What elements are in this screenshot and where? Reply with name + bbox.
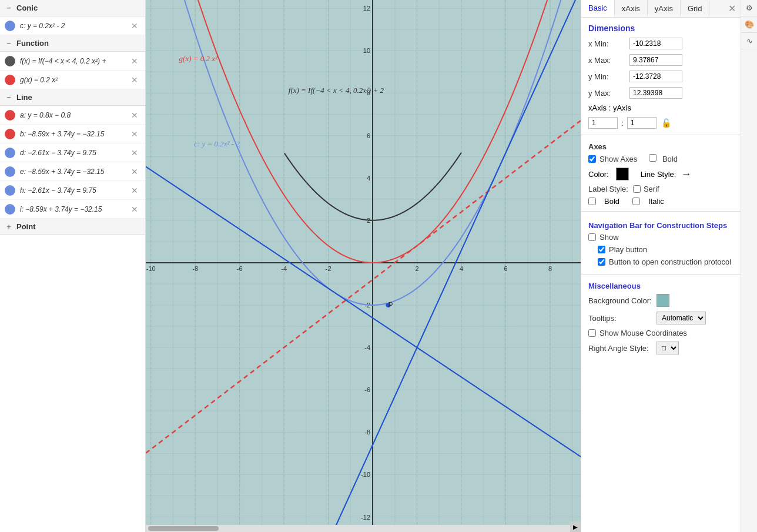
x-min-input[interactable]: [629, 38, 682, 49]
tab-grid[interactable]: Grid: [681, 1, 710, 16]
list-item: i: −8.59x + 3.74y = −32.15 ✕: [0, 200, 145, 219]
right-panel-tabs: Basic xAxis yAxis Grid ✕: [581, 0, 741, 18]
x-max-input[interactable]: [629, 54, 682, 66]
point-section-header[interactable]: + Point: [0, 219, 145, 235]
item-label: d: −2.61x − 3.74y = 9.75: [20, 149, 129, 157]
lock-icon[interactable]: 🔓: [661, 118, 671, 128]
show-axes-label: Show Axes: [599, 155, 637, 163]
item-color-dot: [5, 204, 15, 215]
conic-collapse-icon: −: [5, 4, 13, 12]
item-close-button[interactable]: ✕: [129, 185, 140, 196]
right-angle-select[interactable]: □ ⌐: [656, 342, 679, 354]
y-max-input[interactable]: [629, 87, 682, 99]
item-close-button[interactable]: ✕: [129, 109, 140, 121]
line-header-label: Line: [16, 93, 32, 102]
paint-button[interactable]: 🎨: [741, 16, 757, 33]
item-color-dot: [5, 129, 15, 139]
ratio-label: xAxis : yAxis: [588, 103, 631, 112]
color-row: Color: Line Style: →: [581, 165, 741, 183]
conic-header-label: Conic: [16, 4, 38, 12]
expand-button[interactable]: ▶: [570, 521, 581, 532]
show-axes-checkbox[interactable]: [588, 155, 596, 163]
y-min-label: y Min:: [588, 72, 629, 81]
item-color-dot: [5, 21, 15, 31]
serif-label: Serif: [644, 185, 659, 193]
axes-bold-checkbox[interactable]: [588, 198, 596, 205]
graph-canvas: [146, 0, 581, 525]
item-close-button[interactable]: ✕: [129, 166, 140, 178]
bold-checkbox[interactable]: [649, 154, 656, 162]
item-close-button[interactable]: ✕: [129, 74, 140, 86]
ratio-x-input[interactable]: [588, 117, 618, 129]
open-protocol-row: Button to open construction protocol: [581, 256, 741, 268]
item-close-button[interactable]: ✕: [129, 147, 140, 159]
tab-basic[interactable]: Basic: [581, 0, 615, 17]
scrollbar-thumb[interactable]: [148, 526, 219, 531]
conic-section-header[interactable]: − Conic: [0, 0, 145, 16]
item-color-dot: [5, 110, 15, 121]
item-label: i: −8.59x + 3.74y = −32.15: [20, 205, 129, 213]
gear-button[interactable]: ⚙: [741, 0, 757, 16]
axes-italic-label: Italic: [648, 197, 664, 206]
color-label: Color:: [588, 170, 609, 179]
divider2: [581, 211, 741, 212]
item-label: h: −2.61x − 3.74y = 9.75: [20, 186, 129, 195]
play-button-row: Play button: [581, 243, 741, 256]
item-close-button[interactable]: ✕: [129, 20, 140, 32]
misc-section: Miscellaneous Background Color: Tooltips…: [581, 278, 741, 357]
x-min-row: x Min:: [581, 35, 741, 52]
right-panel-close-button[interactable]: ✕: [723, 1, 741, 16]
color-swatch[interactable]: [616, 168, 629, 180]
bold-checkbox-container: Bold: [649, 154, 678, 163]
list-item: b: −8.59x + 3.74y = −32.15 ✕: [0, 125, 145, 143]
bg-color-row: Background Color:: [581, 292, 741, 309]
tooltips-row: Tooltips: Automatic On Off: [581, 309, 741, 327]
dimensions-title: Dimensions: [581, 18, 741, 35]
axes-italic-checkbox[interactable]: [632, 198, 640, 205]
open-protocol-checkbox[interactable]: [598, 258, 605, 266]
right-toolbar: ⚙ 🎨 ∿: [741, 0, 757, 532]
axes-subtitle: Axes: [581, 139, 741, 152]
open-protocol-label: Button to open construction protocol: [609, 257, 731, 266]
play-button-checkbox[interactable]: [598, 246, 605, 253]
item-color-dot: [5, 185, 15, 196]
ratio-inputs-row: : 🔓: [581, 115, 741, 131]
list-item: f(x) = If(−4 < x < 4, 0.2 x²) + ✕: [0, 52, 145, 71]
wave-button[interactable]: ∿: [741, 33, 757, 49]
show-mouse-coords-checkbox[interactable]: [588, 329, 596, 337]
bg-color-swatch[interactable]: [656, 294, 669, 307]
item-close-button[interactable]: ✕: [129, 55, 140, 67]
item-color-dot: [5, 148, 15, 158]
tab-yaxis[interactable]: yAxis: [648, 1, 681, 16]
item-close-button[interactable]: ✕: [129, 203, 140, 215]
show-mouse-coords-row: Show Mouse Coordinates: [581, 327, 741, 339]
x-max-row: x Max:: [581, 52, 741, 68]
item-color-dot: [5, 166, 15, 177]
line-style-preview: →: [681, 168, 690, 180]
ratio-y-input[interactable]: [627, 117, 656, 129]
right-angle-label: Right Angle Style:: [588, 344, 653, 353]
axes-bold-label: Bold: [604, 197, 619, 206]
left-panel: − Conic c: y = 0.2x² - 2 ✕ − Function f(…: [0, 0, 146, 532]
item-close-button[interactable]: ✕: [129, 128, 140, 140]
line-style-label: Line Style:: [641, 170, 676, 179]
tab-xaxis[interactable]: xAxis: [615, 1, 648, 16]
divider: [581, 135, 741, 135]
horizontal-scrollbar[interactable]: [146, 525, 581, 532]
y-max-label: y Max:: [588, 89, 629, 98]
show-checkbox[interactable]: [588, 233, 596, 241]
tooltips-select[interactable]: Automatic On Off: [656, 312, 706, 324]
label-style-label: Label Style:: [588, 185, 628, 193]
ratio-row: xAxis : yAxis: [581, 101, 741, 115]
play-button-label: Play button: [609, 245, 647, 254]
graph-canvas-area[interactable]: ▶: [146, 0, 581, 532]
line-section-header[interactable]: − Line: [0, 89, 145, 106]
serif-checkbox[interactable]: [633, 185, 641, 193]
list-item: c: y = 0.2x² - 2 ✕: [0, 16, 145, 35]
list-item: h: −2.61x − 3.74y = 9.75 ✕: [0, 181, 145, 200]
y-min-input[interactable]: [629, 71, 682, 82]
item-label: e: −8.59x + 3.74y = −32.15: [20, 168, 129, 176]
right-angle-row: Right Angle Style: □ ⌐: [581, 339, 741, 357]
function-section-header[interactable]: − Function: [0, 35, 145, 52]
item-color-dot: [5, 75, 15, 85]
